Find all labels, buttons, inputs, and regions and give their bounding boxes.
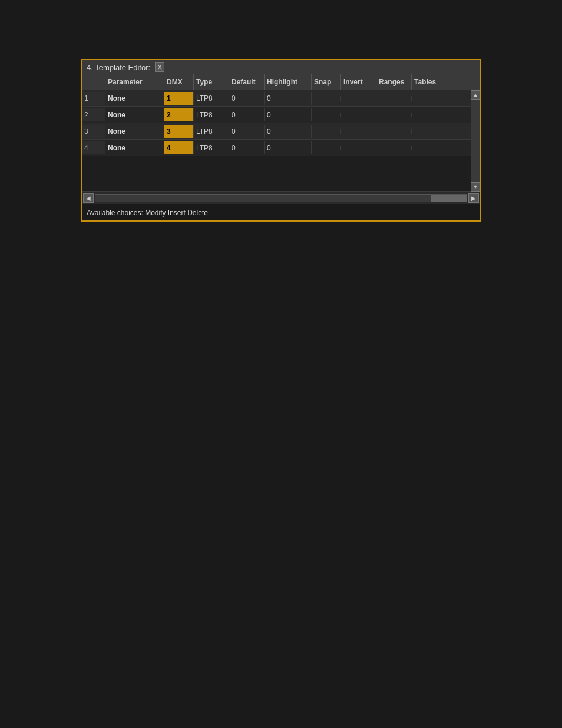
col-num	[82, 74, 105, 90]
cell-tables-3	[412, 129, 447, 134]
template-editor-window: 4. Template Editor: X Parameter DMX Type…	[81, 59, 481, 222]
cell-tables-4	[412, 146, 447, 150]
col-parameter: Parameter	[105, 74, 164, 90]
window-title: 4. Template Editor:	[87, 63, 150, 72]
cell-invert-4	[341, 146, 376, 150]
cell-ranges-2	[376, 113, 412, 117]
status-label-text: Available choices:	[87, 209, 143, 217]
col-tables: Tables	[412, 74, 447, 90]
scroll-left-button[interactable]: ◀	[83, 193, 94, 203]
status-bar: Available choices: Modify Insert Delete	[82, 204, 480, 220]
col-type: Type	[194, 74, 229, 90]
table-row[interactable]: 2 None 2 LTP8 0 0	[82, 107, 471, 123]
table-row[interactable]: 4 None 4 LTP8 0 0	[82, 140, 471, 156]
title-bar: 4. Template Editor: X	[82, 60, 480, 74]
cell-row-num-1: 1	[82, 92, 105, 105]
col-snap: Snap	[312, 74, 341, 90]
cell-ranges-4	[376, 146, 412, 150]
cell-type-2: LTP8	[194, 108, 229, 121]
cell-invert-3	[341, 129, 376, 134]
cell-highlight-3: 0	[265, 125, 312, 138]
cell-param-3: None	[105, 125, 164, 138]
table-header: Parameter DMX Type Default Highlight Sna…	[82, 74, 480, 90]
cell-dmx-1[interactable]: 1	[164, 92, 194, 105]
cell-snap-4	[312, 146, 341, 150]
cell-dmx-3[interactable]: 3	[164, 125, 194, 138]
cell-default-2: 0	[229, 108, 265, 121]
scroll-up-button[interactable]: ▲	[471, 90, 480, 100]
table-row[interactable]: 1 None 1 LTP8 0 0	[82, 90, 471, 107]
col-highlight: Highlight	[265, 74, 312, 90]
cell-param-4: None	[105, 141, 164, 154]
cell-type-4: LTP8	[194, 141, 229, 154]
cell-snap-1	[312, 96, 341, 101]
cell-type-3: LTP8	[194, 125, 229, 138]
cell-type-1: LTP8	[194, 92, 229, 105]
cell-invert-2	[341, 113, 376, 117]
cell-dmx-4[interactable]: 4	[164, 141, 194, 154]
col-invert: Invert	[341, 74, 376, 90]
cell-dmx-2[interactable]: 2	[164, 108, 194, 121]
cell-default-1: 0	[229, 92, 265, 105]
cell-tables-1	[412, 96, 447, 101]
cell-invert-1	[341, 96, 376, 101]
cell-default-4: 0	[229, 141, 265, 154]
table-body: 1 None 1 LTP8 0 0 2 None 2 LTP8	[82, 90, 471, 192]
col-dmx: DMX	[164, 74, 194, 90]
col-default: Default	[229, 74, 265, 90]
cell-highlight-4: 0	[265, 141, 312, 154]
scroll-right-button[interactable]: ▶	[468, 193, 479, 203]
cell-row-num-4: 4	[82, 141, 105, 154]
cell-param-1: None	[105, 92, 164, 105]
status-label: Available choices: Modify Insert Delete	[87, 209, 208, 217]
cell-ranges-3	[376, 129, 412, 134]
status-choices-text: Modify Insert Delete	[143, 209, 208, 217]
scroll-track-vertical	[471, 100, 480, 182]
cell-snap-2	[312, 113, 341, 117]
cell-row-num-3: 3	[82, 125, 105, 138]
close-button[interactable]: X	[155, 62, 164, 72]
horizontal-scrollbar: ◀ ▶	[82, 192, 480, 204]
cell-tables-2	[412, 113, 447, 117]
scroll-thumb-horizontal	[431, 195, 467, 202]
cell-highlight-1: 0	[265, 92, 312, 105]
col-ranges: Ranges	[376, 74, 412, 90]
cell-snap-3	[312, 129, 341, 134]
cell-param-2: None	[105, 108, 164, 121]
cell-ranges-1	[376, 96, 412, 101]
empty-table-area	[82, 156, 471, 192]
scroll-down-button[interactable]: ▼	[471, 182, 480, 192]
cell-default-3: 0	[229, 125, 265, 138]
vertical-scrollbar[interactable]: ▲ ▼	[471, 90, 480, 192]
table-row[interactable]: 3 None 3 LTP8 0 0	[82, 123, 471, 140]
table-body-area: 1 None 1 LTP8 0 0 2 None 2 LTP8	[82, 90, 480, 192]
cell-highlight-2: 0	[265, 108, 312, 121]
scroll-track-horizontal[interactable]	[95, 194, 467, 202]
cell-row-num-2: 2	[82, 108, 105, 121]
